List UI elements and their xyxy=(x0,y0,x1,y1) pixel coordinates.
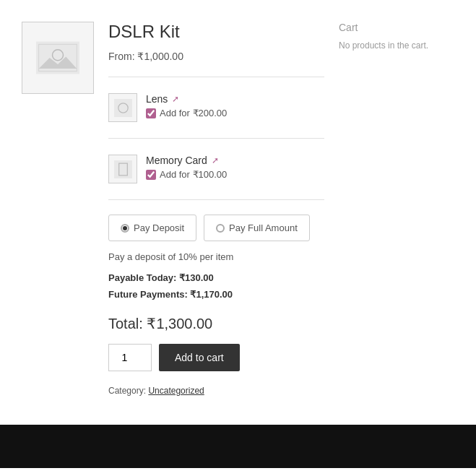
product-price: From: ₹1,000.00 xyxy=(108,51,324,62)
category-label: Category: xyxy=(108,386,146,396)
svg-rect-0 xyxy=(36,42,79,74)
cart-empty: No products in the cart. xyxy=(339,40,454,51)
product-details: DSLR Kit From: ₹1,000.00 Lens ➚ xyxy=(108,22,324,396)
product-title: DSLR Kit xyxy=(108,22,324,42)
addon-lens-info: Lens ➚ Add for ₹200.00 xyxy=(146,93,324,118)
addon-memory-thumb xyxy=(108,155,137,183)
pay-full-radio xyxy=(216,224,225,233)
external-link-icon: ➚ xyxy=(172,94,179,104)
category-section: Category: Uncategorized xyxy=(108,386,324,396)
total-label: Total: xyxy=(108,316,143,332)
product-image xyxy=(22,22,94,94)
external-link-icon-2: ➚ xyxy=(212,155,219,165)
payable-today-label: Payable Today: xyxy=(108,272,176,283)
divider-1 xyxy=(108,77,324,77)
future-payments-value: ₹1,170.00 xyxy=(190,289,233,300)
pay-full-label: Pay Full Amount xyxy=(229,222,298,233)
payment-options: Pay Deposit Pay Full Amount xyxy=(108,215,324,241)
cart-sidebar: Cart No products in the cart. xyxy=(339,14,454,396)
pay-deposit-label: Pay Deposit xyxy=(134,222,184,233)
svg-rect-3 xyxy=(114,99,132,117)
payable-today-value: ₹130.00 xyxy=(179,272,214,283)
category-link[interactable]: Uncategorized xyxy=(148,386,204,396)
addon-lens: Lens ➚ Add for ₹200.00 xyxy=(108,85,324,131)
add-to-cart-button[interactable]: Add to cart xyxy=(159,344,240,371)
addon-memory-checkbox-row[interactable]: Add for ₹100.00 xyxy=(146,169,324,180)
addon-lens-price: Add for ₹200.00 xyxy=(160,108,227,118)
addon-memory-checkbox[interactable] xyxy=(146,170,156,180)
addon-lens-checkbox-row[interactable]: Add for ₹200.00 xyxy=(146,108,324,118)
addon-memory-name: Memory Card ➚ xyxy=(146,155,324,166)
future-payments-label: Future Payments: xyxy=(108,289,188,300)
addon-memory-card: Memory Card ➚ Add for ₹100.00 xyxy=(108,146,324,192)
divider-3 xyxy=(108,199,324,200)
quantity-cart-row: Add to cart xyxy=(108,344,324,371)
pay-deposit-button[interactable]: Pay Deposit xyxy=(108,215,196,241)
pay-full-button[interactable]: Pay Full Amount xyxy=(204,215,310,241)
deposit-info: Pay a deposit of 10% per item xyxy=(108,251,324,262)
quantity-input[interactable] xyxy=(108,344,152,371)
addon-memory-info: Memory Card ➚ Add for ₹100.00 xyxy=(146,155,324,180)
total-value: ₹1,300.00 xyxy=(147,316,212,332)
divider-2 xyxy=(108,138,324,139)
cart-title: Cart xyxy=(339,22,454,33)
pay-deposit-radio xyxy=(121,224,129,233)
addon-memory-price: Add for ₹100.00 xyxy=(160,169,227,180)
black-bar xyxy=(0,425,476,468)
addon-lens-name: Lens ➚ xyxy=(146,93,324,105)
payment-breakdown: Payable Today: ₹130.00 Future Payments: … xyxy=(108,269,324,303)
addon-lens-thumb xyxy=(108,93,137,122)
total-section: Total: ₹1,300.00 xyxy=(108,315,324,332)
addon-lens-checkbox[interactable] xyxy=(146,108,156,118)
